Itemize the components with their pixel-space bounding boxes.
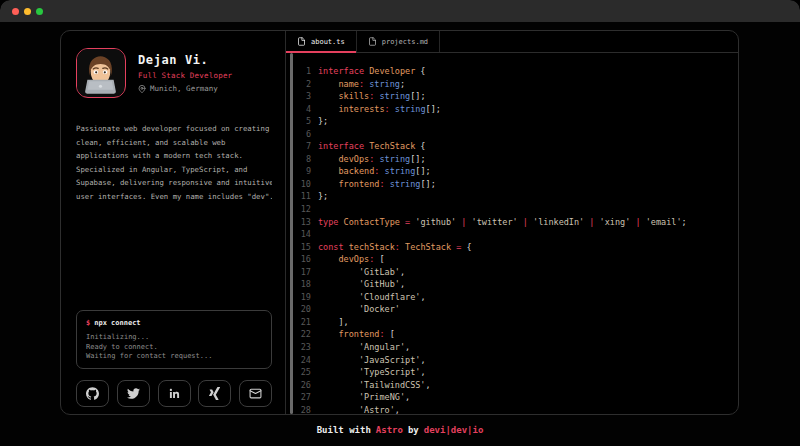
code-line: 16 devOps: [ (293, 253, 738, 266)
code-line: 5}; (293, 115, 738, 128)
terminal-output-line: Waiting for contact request... (86, 352, 262, 361)
code-text: type ContactType = 'github' | 'twitter' … (318, 216, 687, 229)
code-line: 8 devOps: string[]; (293, 153, 738, 166)
code-text: skills: string[]; (318, 90, 426, 103)
file-icon (297, 37, 306, 46)
profile-header: Dejan Vi. Full Stack Developer Munich, G… (76, 48, 272, 98)
tab-about-ts[interactable]: about.ts (286, 31, 357, 52)
code-line: 28 'Astro', (293, 404, 738, 414)
code-line: 9 backend: string[]; (293, 165, 738, 178)
xing-icon (208, 387, 221, 400)
line-number: 21 (293, 316, 311, 329)
code-line: 24 'JavaScript', (293, 354, 738, 367)
code-text: interests: string[]; (318, 103, 441, 116)
tab-label: about.ts (311, 38, 345, 46)
code-text: 'Angular', (318, 341, 410, 354)
line-number: 11 (293, 190, 311, 203)
code-line: 26 'TailwindCSS', (293, 379, 738, 392)
terminal-prompt: $ (86, 319, 90, 327)
code-line: 17 'GitLab', (293, 266, 738, 279)
code-area: 1interface Developer {2 name: string;3 s… (286, 53, 738, 414)
terminal-output-line: Ready to connect. (86, 343, 262, 352)
bio-line: Specialized in Angular, TypeScript, and (76, 163, 272, 177)
code-text: 'Docker' (318, 303, 400, 316)
xing-link-button[interactable] (198, 380, 231, 407)
github-icon (86, 387, 99, 400)
twitter-link-button[interactable] (117, 380, 150, 407)
line-number: 13 (293, 216, 311, 229)
bio: Passionate web developer focused on crea… (76, 122, 272, 203)
close-button[interactable] (12, 8, 19, 15)
profile-panel: Dejan Vi. Full Stack Developer Munich, G… (61, 31, 286, 414)
line-number: 16 (293, 253, 311, 266)
code-lines: 1interface Developer {2 name: string;3 s… (293, 53, 738, 414)
social-links (76, 380, 272, 407)
line-number: 10 (293, 178, 311, 191)
memoji-avatar-graphic (77, 49, 124, 96)
code-line: 7interface TechStack { (293, 140, 738, 153)
editor-panel: about.tsprojects.md 1interface Developer… (286, 31, 738, 414)
code-line: 15const techStack: TechStack = { (293, 241, 738, 254)
linkedin-icon (168, 387, 181, 400)
code-text: 'TypeScript', (318, 366, 426, 379)
line-number: 3 (293, 90, 311, 103)
line-number: 17 (293, 266, 311, 279)
code-line: 1interface Developer { (293, 65, 738, 78)
profile-name: Dejan Vi. (138, 53, 232, 67)
line-number: 25 (293, 366, 311, 379)
tab-bar: about.tsprojects.md (286, 31, 738, 53)
line-number: 6 (293, 128, 311, 141)
terminal-command-text: npx connect (94, 319, 140, 327)
code-line: 27 'PrimeNG', (293, 391, 738, 404)
code-line: 13type ContactType = 'github' | 'twitter… (293, 216, 738, 229)
code-text: name: string; (318, 78, 405, 91)
line-number: 27 (293, 391, 311, 404)
footer-segment: Astro (376, 425, 403, 435)
footer-segment: devi|dev|io (424, 425, 484, 435)
code-text: devOps: [ (318, 253, 385, 266)
traffic-lights (12, 8, 43, 15)
content-card: Dejan Vi. Full Stack Developer Munich, G… (60, 30, 739, 415)
line-number: 28 (293, 404, 311, 414)
main-area: Dejan Vi. Full Stack Developer Munich, G… (0, 22, 800, 446)
code-line: 14 (293, 228, 738, 241)
code-text: ], (318, 316, 349, 329)
code-text: }; (318, 115, 328, 128)
line-number: 4 (293, 103, 311, 116)
code-line: 10 frontend: string[]; (293, 178, 738, 191)
terminal-command: $npx connect (86, 319, 262, 327)
code-text: interface TechStack { (318, 140, 426, 153)
linkedin-link-button[interactable] (158, 380, 191, 407)
line-number: 15 (293, 241, 311, 254)
code-text: 'TailwindCSS', (318, 379, 431, 392)
code-text: frontend: string[]; (318, 178, 436, 191)
code-line: 3 skills: string[]; (293, 90, 738, 103)
terminal-box: $npx connect Initializing...Ready to con… (76, 310, 272, 369)
bio-line: applications with a modern tech stack. (76, 149, 272, 163)
line-number: 7 (293, 140, 311, 153)
code-text: 'PrimeNG', (318, 391, 410, 404)
zoom-button[interactable] (36, 8, 43, 15)
tab-projects-md[interactable]: projects.md (357, 31, 440, 52)
code-text: 'GitHub', (318, 278, 405, 291)
code-text: 'Cloudflare', (318, 291, 426, 304)
code-text: 'GitLab', (318, 266, 405, 279)
line-number: 18 (293, 278, 311, 291)
github-link-button[interactable] (76, 380, 109, 407)
line-number: 19 (293, 291, 311, 304)
code-text: 'JavaScript', (318, 354, 426, 367)
code-line: 21 ], (293, 316, 738, 329)
email-link-button[interactable] (239, 380, 272, 407)
minimize-button[interactable] (24, 8, 31, 15)
line-number: 12 (293, 203, 311, 216)
code-text: frontend: [ (318, 328, 395, 341)
identity-block: Dejan Vi. Full Stack Developer Munich, G… (138, 53, 232, 93)
code-line: 19 'Cloudflare', (293, 291, 738, 304)
app-window: Dejan Vi. Full Stack Developer Munich, G… (0, 0, 800, 446)
code-line: 2 name: string; (293, 78, 738, 91)
line-number: 23 (293, 341, 311, 354)
line-number: 5 (293, 115, 311, 128)
file-icon (368, 37, 377, 46)
line-number: 9 (293, 165, 311, 178)
bio-line: Supabase, delivering responsive and intu… (76, 176, 272, 190)
